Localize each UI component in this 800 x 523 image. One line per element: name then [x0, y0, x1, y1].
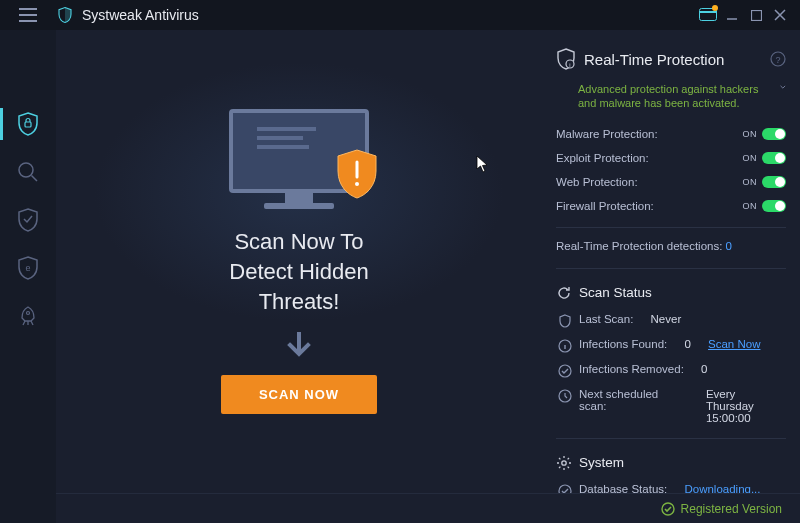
svg-point-13: [559, 365, 571, 377]
rocket-icon: [17, 305, 39, 327]
gear-icon: [556, 455, 572, 471]
shield-small-icon: [558, 314, 572, 328]
magnifier-icon: [17, 161, 39, 183]
toggle-exploit: Exploit Protection: ON: [556, 149, 786, 167]
check-icon: [558, 364, 572, 378]
shield-e-icon: e: [17, 256, 39, 280]
sidebar-item-boost[interactable]: [0, 292, 56, 340]
toggle-malware: Malware Protection: ON: [556, 125, 786, 143]
rtp-detections: Real-Time Protection detections: 0: [556, 240, 786, 256]
sidebar-item-quarantine[interactable]: e: [0, 244, 56, 292]
svg-rect-2: [751, 10, 761, 20]
switch-exploit[interactable]: [762, 152, 786, 164]
last-scan-row: Last Scan: Never: [556, 311, 786, 330]
scan-status-header: Scan Status: [556, 281, 786, 305]
titlebar: Systweak Antivirus: [0, 0, 800, 30]
svg-point-15: [562, 460, 566, 464]
svg-text:e: e: [25, 263, 30, 273]
menu-button[interactable]: [0, 0, 56, 30]
activation-status[interactable]: Advanced protection against hackers and …: [556, 76, 786, 119]
svg-text:?: ?: [775, 55, 780, 65]
monitor-illustration: [229, 109, 369, 209]
toggle-firewall: Firewall Protection: ON: [556, 197, 786, 215]
help-button[interactable]: ?: [770, 51, 786, 67]
right-panel: i Real-Time Protection ? Advanced protec…: [542, 30, 800, 493]
close-icon: [774, 9, 786, 21]
infections-removed-row: Infections Removed: 0: [556, 361, 786, 380]
arrow-down-icon: [284, 331, 314, 361]
brand: Systweak Antivirus: [56, 6, 199, 24]
sidebar-item-scan[interactable]: [0, 148, 56, 196]
footer: Registered Version: [56, 493, 800, 523]
switch-malware[interactable]: [762, 128, 786, 140]
center-pane: Scan Now To Detect Hidden Threats! SCAN …: [56, 30, 542, 493]
db-status-value: Downloading...: [684, 483, 760, 493]
check-circle-icon: [661, 502, 675, 516]
shield-info-icon: i: [556, 48, 576, 70]
divider: [556, 268, 786, 269]
scan-now-button[interactable]: SCAN NOW: [221, 375, 377, 414]
next-scan-row: Next scheduled scan: Every Thursday 15:0…: [556, 386, 786, 426]
sidebar-item-home[interactable]: [0, 100, 56, 148]
svg-text:i: i: [569, 62, 570, 68]
headline: Scan Now To Detect Hidden Threats!: [229, 227, 368, 316]
infections-found-row: Infections Found: 0 Scan Now: [556, 336, 786, 355]
subscription-button[interactable]: [696, 3, 720, 27]
warning-shield-icon: [335, 149, 379, 199]
shield-check-icon: [17, 208, 39, 232]
brand-name: Systweak Antivirus: [82, 7, 199, 23]
svg-rect-1: [699, 11, 717, 13]
close-button[interactable]: [768, 3, 792, 27]
toggle-web: Web Protection: ON: [556, 173, 786, 191]
maximize-icon: [751, 10, 762, 21]
scan-now-link[interactable]: Scan Now: [708, 338, 760, 350]
svg-point-6: [27, 312, 30, 315]
registered-label: Registered Version: [681, 502, 782, 516]
divider: [556, 438, 786, 439]
refresh-icon: [556, 285, 572, 301]
divider: [556, 227, 786, 228]
cursor-icon: [476, 155, 490, 173]
svg-point-7: [355, 182, 359, 186]
chevron-down-icon: [780, 82, 786, 92]
svg-point-4: [19, 163, 33, 177]
main: Scan Now To Detect Hidden Threats! SCAN …: [56, 30, 800, 493]
rtp-title: Real-Time Protection: [584, 51, 762, 68]
clock-icon: [558, 389, 572, 403]
database-status-row: Database Status: Downloading...: [556, 481, 786, 493]
brand-shield-icon: [56, 6, 74, 24]
check-icon: [558, 484, 572, 493]
info-icon: [558, 339, 572, 353]
maximize-button[interactable]: [744, 3, 768, 27]
notification-dot-icon: [712, 5, 718, 11]
switch-web[interactable]: [762, 176, 786, 188]
hamburger-icon: [19, 8, 37, 22]
system-header: System: [556, 451, 786, 475]
svg-rect-3: [25, 122, 31, 127]
switch-firewall[interactable]: [762, 200, 786, 212]
minimize-button[interactable]: [720, 3, 744, 27]
shield-lock-icon: [17, 112, 39, 136]
sidebar: e: [0, 30, 56, 523]
minimize-icon: [726, 9, 738, 21]
sidebar-item-protection[interactable]: [0, 196, 56, 244]
